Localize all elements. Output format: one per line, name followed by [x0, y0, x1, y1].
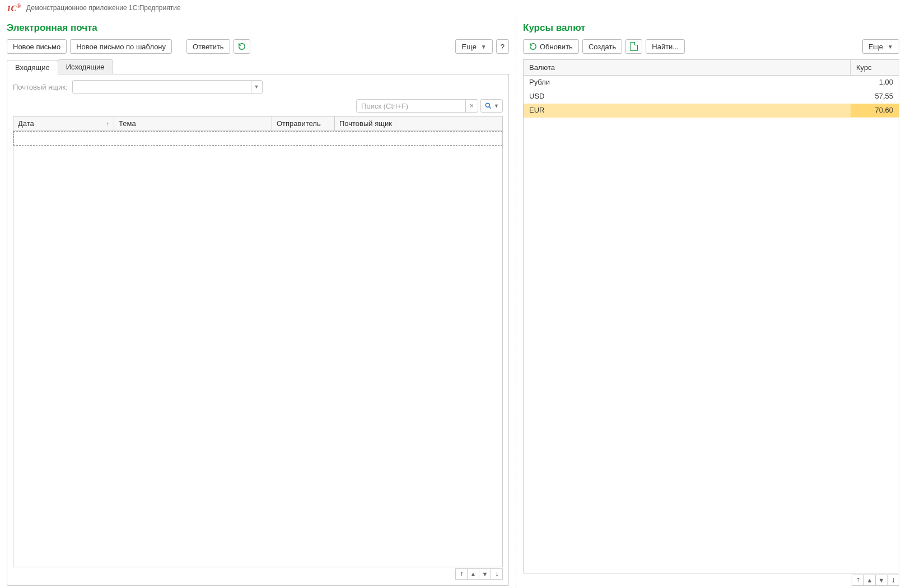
search-input[interactable]: [357, 100, 465, 112]
chevron-down-icon: ▼: [888, 44, 893, 50]
chevron-down-icon: ▼: [482, 571, 488, 577]
mailbox-input[interactable]: [73, 81, 251, 93]
rates-toolbar: Обновить Создать Найти... Еще ▼: [523, 39, 899, 54]
create-button[interactable]: Создать: [582, 39, 622, 54]
find-button[interactable]: Найти...: [646, 39, 685, 54]
rates-nav-buttons: ⤒ ▲ ▼ ⤓: [523, 575, 899, 586]
rates-table-header: Валюта Курс: [523, 60, 899, 76]
email-more-button[interactable]: Еще ▼: [455, 39, 492, 54]
col-rate[interactable]: Курс: [851, 60, 899, 75]
to-bottom-icon: ⤓: [891, 577, 896, 584]
currency-cell: Рубли: [524, 76, 851, 89]
email-tab-body: Почтовый ящик: ▼ × ▼: [7, 74, 509, 586]
mailbox-combo[interactable]: ▼: [72, 80, 263, 94]
close-icon: ×: [470, 102, 474, 110]
table-row[interactable]: USD 57,55: [524, 90, 899, 104]
email-panel: Электронная почта Новое письмо Новое пис…: [0, 16, 516, 588]
col-date[interactable]: Дата ↑: [13, 116, 114, 130]
refresh-button[interactable]: [233, 39, 250, 54]
new-mail-template-button[interactable]: Новое письмо по шаблону: [70, 39, 172, 54]
search-box: ×: [356, 99, 478, 113]
rates-more-button[interactable]: Еще ▼: [862, 39, 899, 54]
currency-cell: USD: [524, 90, 851, 103]
email-grid-header: Дата ↑ Тема Отправитель Почтовый ящик: [13, 116, 502, 131]
rates-title: Курсы валют: [523, 22, 899, 34]
chevron-down-icon: ▼: [879, 577, 885, 584]
reply-button[interactable]: Ответить: [186, 39, 230, 54]
more-label: Еще: [461, 43, 476, 51]
email-tabs: Входящие Исходящие: [7, 59, 509, 74]
nav-down-button[interactable]: ▼: [479, 568, 491, 580]
help-button[interactable]: ?: [496, 39, 509, 54]
document-icon: [630, 42, 638, 51]
to-top-icon: ⤒: [459, 571, 464, 578]
nav-first-button[interactable]: ⤒: [852, 575, 864, 586]
col-mailbox[interactable]: Почтовый ящик: [335, 116, 502, 130]
nav-last-button[interactable]: ⤓: [491, 568, 503, 580]
more-label: Еще: [868, 43, 883, 51]
tab-inbox[interactable]: Входящие: [7, 60, 58, 74]
email-title: Электронная почта: [7, 22, 509, 34]
rates-table: Валюта Курс Рубли 1,00 USD 57,55 EUR 70,…: [523, 59, 899, 573]
rate-cell: 70,60: [851, 104, 899, 117]
rates-table-body[interactable]: Рубли 1,00 USD 57,55 EUR 70,60: [523, 76, 899, 573]
email-grid: Дата ↑ Тема Отправитель Почтовый ящик: [13, 116, 503, 567]
email-toolbar: Новое письмо Новое письмо по шаблону Отв…: [7, 39, 509, 54]
nav-first-button[interactable]: ⤒: [455, 568, 468, 580]
app-title: Демонстрационное приложение 1С:Предприят…: [26, 4, 181, 12]
rate-cell: 1,00: [851, 76, 899, 89]
chevron-up-icon: ▲: [470, 571, 477, 577]
refresh-label: Обновить: [540, 43, 573, 51]
rates-panel: Курсы валют Обновить Создать Найти... Ещ…: [516, 16, 906, 588]
refresh-icon: [238, 43, 246, 50]
to-bottom-icon: ⤓: [494, 571, 499, 578]
tab-outbox[interactable]: Исходящие: [58, 59, 113, 74]
table-row[interactable]: Рубли 1,00: [524, 76, 899, 90]
search-icon: [484, 102, 492, 110]
col-subject[interactable]: Тема: [114, 116, 272, 130]
search-button[interactable]: ▼: [480, 99, 503, 113]
nav-last-button[interactable]: ⤓: [887, 575, 899, 586]
nav-down-button[interactable]: ▼: [875, 575, 888, 586]
to-top-icon: ⤒: [856, 577, 861, 584]
chevron-down-icon: ▼: [254, 84, 259, 90]
chevron-down-icon: ▼: [481, 44, 487, 50]
clear-search-button[interactable]: ×: [465, 100, 478, 112]
mailbox-dropdown[interactable]: ▼: [251, 81, 262, 93]
grid-focus-row[interactable]: [13, 131, 502, 146]
chevron-up-icon: ▲: [867, 577, 873, 584]
svg-point-0: [485, 103, 489, 107]
mailbox-label: Почтовый ящик:: [13, 83, 68, 91]
refresh-icon: [529, 43, 537, 50]
sort-asc-icon: ↑: [106, 120, 110, 127]
chevron-down-icon: ▼: [494, 103, 499, 109]
currency-cell: EUR: [524, 104, 851, 117]
table-row[interactable]: EUR 70,60: [524, 104, 899, 118]
app-header: 1C® Демонстрационное приложение 1С:Предп…: [0, 0, 906, 16]
logo-1c: 1C®: [7, 3, 21, 13]
new-mail-button[interactable]: Новое письмо: [7, 39, 67, 54]
email-grid-body[interactable]: [13, 131, 502, 567]
nav-up-button[interactable]: ▲: [467, 568, 479, 580]
rate-cell: 57,55: [851, 90, 899, 103]
rates-refresh-button[interactable]: Обновить: [523, 39, 579, 54]
nav-up-button[interactable]: ▲: [863, 575, 876, 586]
svg-line-1: [489, 106, 491, 108]
col-sender[interactable]: Отправитель: [272, 116, 335, 130]
col-currency[interactable]: Валюта: [524, 60, 851, 75]
copy-button[interactable]: [625, 39, 642, 54]
email-nav-buttons: ⤒ ▲ ▼ ⤓: [13, 568, 503, 580]
